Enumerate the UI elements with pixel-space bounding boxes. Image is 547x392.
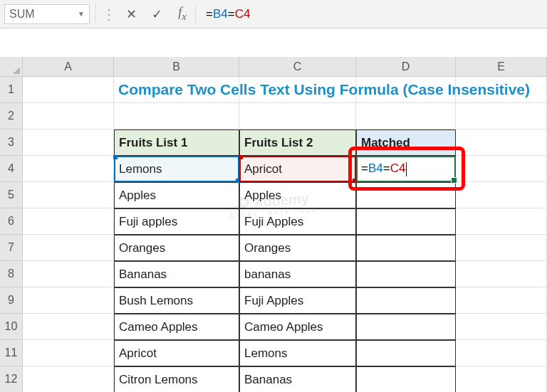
page-title: Compare Two Cells Text Using Formula (Ca… bbox=[118, 81, 530, 98]
cells-area: Compare Two Cells Text Using Formula (Ca… bbox=[23, 77, 547, 392]
table-cell[interactable]: Citron Lemons bbox=[114, 366, 239, 392]
cell[interactable] bbox=[456, 261, 547, 287]
cell-d4[interactable]: =B4=C4 bbox=[356, 156, 456, 182]
table-cell[interactable]: Fuji Apples bbox=[239, 208, 356, 235]
title-cell[interactable]: Compare Two Cells Text Using Formula (Ca… bbox=[114, 77, 239, 103]
name-box-value: SUM bbox=[9, 8, 35, 21]
row-header[interactable]: 3 bbox=[0, 129, 23, 156]
cell[interactable] bbox=[456, 314, 547, 340]
name-box[interactable]: SUM ▼ bbox=[4, 4, 90, 24]
cell-c4[interactable]: Apricot bbox=[239, 156, 356, 182]
chevron-down-icon[interactable]: ▼ bbox=[78, 10, 85, 18]
cell[interactable] bbox=[456, 340, 547, 366]
cell[interactable] bbox=[23, 287, 114, 314]
column-headers: A B C D E bbox=[23, 57, 547, 77]
cell-a1[interactable] bbox=[23, 77, 114, 103]
table-header-matched[interactable]: Matched bbox=[356, 129, 456, 156]
cell[interactable] bbox=[456, 129, 547, 156]
table-cell[interactable]: Bush Lemons bbox=[114, 287, 239, 314]
table-cell[interactable]: Bananas bbox=[114, 261, 239, 287]
table-cell[interactable]: Oranges bbox=[114, 235, 239, 261]
table-cell[interactable] bbox=[356, 314, 456, 340]
formula-eq: = bbox=[206, 7, 213, 21]
cell[interactable] bbox=[23, 129, 114, 156]
cell[interactable] bbox=[23, 366, 114, 392]
formula-bar-row: SUM ▼ ⋮ ✕ ✓ fx =B4=C4 bbox=[0, 0, 547, 28]
table-header-list1[interactable]: Fruits List 1 bbox=[114, 129, 239, 156]
table-cell[interactable] bbox=[356, 287, 456, 314]
cell[interactable] bbox=[23, 261, 114, 287]
col-header-b[interactable]: B bbox=[114, 57, 239, 77]
cancel-button[interactable]: ✕ bbox=[118, 4, 144, 24]
cell[interactable] bbox=[356, 103, 456, 129]
cell[interactable] bbox=[114, 103, 239, 129]
row-header[interactable]: 8 bbox=[0, 261, 23, 287]
insert-function-button[interactable]: fx bbox=[170, 4, 195, 24]
formula-ref1: B4 bbox=[213, 7, 228, 21]
formula-bar-input[interactable]: =B4=C4 bbox=[195, 4, 547, 24]
cell[interactable] bbox=[456, 103, 547, 129]
table-cell[interactable] bbox=[356, 208, 456, 235]
col-header-e[interactable]: E bbox=[456, 57, 547, 77]
cell[interactable] bbox=[23, 314, 114, 340]
row-header[interactable]: 6 bbox=[0, 208, 23, 235]
table-cell[interactable] bbox=[356, 340, 456, 366]
cell[interactable] bbox=[239, 103, 356, 129]
table-cell[interactable]: Apples bbox=[114, 182, 239, 208]
table-cell[interactable]: Apricot bbox=[114, 340, 239, 366]
divider bbox=[95, 4, 96, 25]
table-header-list2[interactable]: Fruits List 2 bbox=[239, 129, 356, 156]
table-cell[interactable]: Cameo Apples bbox=[239, 314, 356, 340]
table-cell[interactable]: Lemons bbox=[239, 340, 356, 366]
cell[interactable] bbox=[23, 208, 114, 235]
row-headers: 1 2 3 4 5 6 7 8 9 10 11 12 13 bbox=[0, 77, 23, 392]
cell[interactable] bbox=[23, 182, 114, 208]
fx-icon: fx bbox=[178, 5, 187, 23]
cell[interactable] bbox=[23, 103, 114, 129]
col-header-a[interactable]: A bbox=[23, 57, 114, 77]
row-header[interactable]: 10 bbox=[0, 314, 23, 340]
check-icon: ✓ bbox=[152, 6, 162, 22]
table-cell[interactable]: Oranges bbox=[239, 235, 356, 261]
row-header[interactable]: 5 bbox=[0, 182, 23, 208]
cell[interactable] bbox=[456, 235, 547, 261]
enter-button[interactable]: ✓ bbox=[144, 4, 170, 24]
row-header[interactable]: 1 bbox=[0, 77, 23, 103]
row-header[interactable]: 4 bbox=[0, 156, 23, 182]
cell[interactable] bbox=[456, 366, 547, 392]
x-icon: ✕ bbox=[126, 6, 137, 22]
row-header[interactable]: 7 bbox=[0, 235, 23, 261]
cell-b4[interactable]: Lemons bbox=[114, 156, 239, 182]
cell[interactable] bbox=[23, 340, 114, 366]
col-header-d[interactable]: D bbox=[356, 57, 456, 77]
table-cell[interactable] bbox=[356, 235, 456, 261]
cell[interactable] bbox=[456, 182, 547, 208]
table-cell[interactable] bbox=[356, 366, 456, 392]
table-cell[interactable]: Bananas bbox=[239, 366, 356, 392]
col-header-c[interactable]: C bbox=[239, 57, 356, 77]
table-cell[interactable]: Fuji Apples bbox=[239, 287, 356, 314]
table-cell[interactable]: Fuji apples bbox=[114, 208, 239, 235]
row-header[interactable]: 11 bbox=[0, 340, 23, 366]
formula-ref2: C4 bbox=[235, 7, 251, 21]
table-cell[interactable]: Apples bbox=[239, 182, 356, 208]
cell[interactable] bbox=[23, 156, 114, 182]
cell[interactable] bbox=[456, 208, 547, 235]
row-header[interactable]: 2 bbox=[0, 103, 23, 129]
cell[interactable] bbox=[456, 287, 547, 314]
table-cell[interactable]: Cameo Apples bbox=[114, 314, 239, 340]
row-header[interactable]: 9 bbox=[0, 287, 23, 314]
table-cell[interactable] bbox=[356, 182, 456, 208]
row-header[interactable]: 12 bbox=[0, 366, 23, 392]
cell[interactable] bbox=[23, 235, 114, 261]
table-cell[interactable] bbox=[356, 261, 456, 287]
cell-formula-text: =B4=C4 bbox=[361, 161, 407, 176]
cell[interactable] bbox=[456, 156, 547, 182]
more-icon: ⋮ bbox=[102, 6, 114, 23]
formula-op: = bbox=[228, 7, 235, 21]
table-cell[interactable]: bananas bbox=[239, 261, 356, 287]
select-all-corner[interactable] bbox=[0, 57, 23, 77]
